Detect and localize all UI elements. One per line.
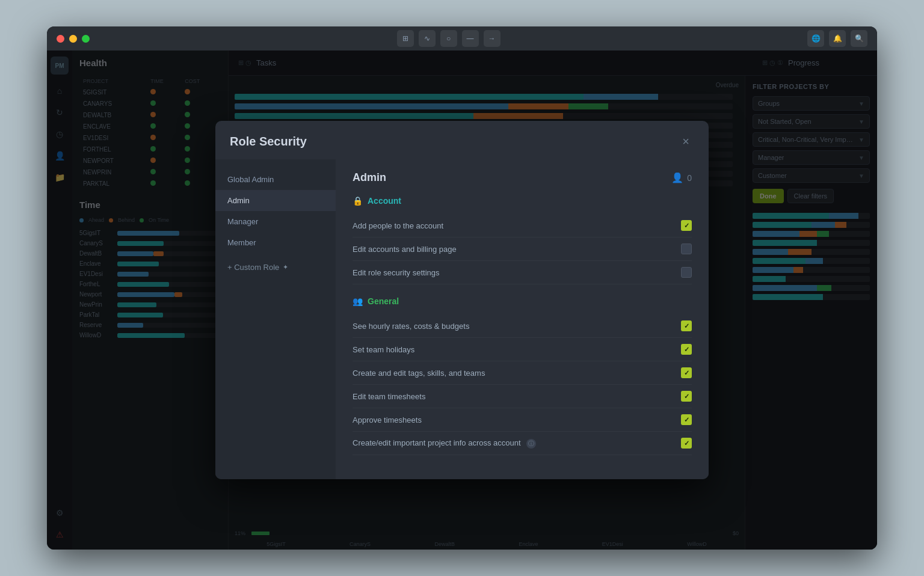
shield-icon: 🔒 [353, 196, 363, 206]
wave-icon[interactable]: ∿ [419, 30, 436, 47]
role-item-manager[interactable]: Manager [215, 211, 336, 232]
traffic-lights [57, 35, 90, 43]
titlebar: ⊞ ∿ ○ — → 🌐 🔔 🔍 [47, 26, 877, 51]
circle-icon[interactable]: ○ [440, 30, 457, 47]
modal-close-button[interactable]: × [677, 133, 694, 150]
modal-sidebar: Global Admin Admin Manager Member + Cust… [215, 159, 336, 479]
permission-add-people: Add people to the account ✓ [353, 214, 692, 237]
permission-edit-accounts: Edit accounts and billing page [353, 237, 692, 261]
account-section-title: 🔒 Account [353, 196, 692, 206]
modal-header: Role Security × [215, 121, 709, 159]
minus-icon[interactable]: — [462, 30, 479, 47]
modal-overlay: Role Security × Global Admin Admin Manag… [47, 51, 877, 550]
minimize-button[interactable] [69, 35, 77, 43]
permission-label-approve-timesheets: Approve timesheets [353, 415, 422, 424]
permission-approve-timesheets: Approve timesheets ✓ [353, 408, 692, 432]
checkbox-important-project-info[interactable]: ✓ [681, 438, 692, 449]
permission-label-edit-role-security: Edit role security settings [353, 268, 440, 277]
account-section: 🔒 Account Add people to the account ✓ [353, 196, 692, 284]
permission-label-tags-skills: Create and edit tags, skills, and teams [353, 369, 485, 378]
permission-label-edit-accounts: Edit accounts and billing page [353, 245, 457, 254]
permission-edit-role-security: Edit role security settings [353, 261, 692, 284]
checkbox-edit-accounts[interactable] [681, 244, 692, 254]
general-section-title: 👥 General [353, 296, 692, 306]
active-role-name: Admin [353, 171, 386, 184]
checkbox-hourly-rates[interactable]: ✓ [681, 320, 692, 331]
permission-label-important-project-info: Create/edit important project info acros… [353, 438, 536, 449]
checkbox-add-people[interactable]: ✓ [681, 220, 692, 231]
role-item-global-admin[interactable]: Global Admin [215, 169, 336, 190]
permission-tags-skills: Create and edit tags, skills, and teams … [353, 361, 692, 385]
checkbox-edit-role-security[interactable] [681, 267, 692, 278]
user-count-value: 0 [687, 173, 692, 183]
modal-title: Role Security [230, 135, 307, 149]
arrow-icon[interactable]: → [484, 30, 500, 47]
user-count: 👤 0 [671, 172, 692, 183]
role-security-modal: Role Security × Global Admin Admin Manag… [215, 121, 709, 479]
checkbox-timesheets[interactable]: ✓ [681, 391, 692, 402]
permission-label-team-holidays: Set team holidays [353, 345, 414, 354]
permission-label-timesheets: Edit team timesheets [353, 392, 425, 401]
permission-important-project-info: Create/edit important project info acros… [353, 432, 692, 455]
modal-role-header: Admin 👤 0 [353, 171, 692, 184]
custom-role-label: + Custom Role [227, 263, 279, 272]
general-section: 👥 General See hourly rates, costs & budg… [353, 296, 692, 455]
modal-main-content: Admin 👤 0 🔒 Account [336, 159, 709, 479]
close-button[interactable] [57, 35, 64, 43]
info-icon[interactable]: ⓘ [526, 439, 536, 449]
modal-body: Global Admin Admin Manager Member + Cust… [215, 159, 709, 479]
role-item-member[interactable]: Member [215, 232, 336, 253]
search-icon[interactable]: 🔍 [851, 30, 867, 47]
titlebar-center: ⊞ ∿ ○ — → [90, 30, 807, 47]
checkmark-icon: ✓ [684, 222, 689, 230]
people-icon: 👥 [353, 296, 363, 306]
checkbox-tags-skills[interactable]: ✓ [681, 367, 692, 378]
permission-hourly-rates: See hourly rates, costs & budgets ✓ [353, 314, 692, 338]
permission-label-add-people: Add people to the account [353, 221, 443, 230]
bell-icon[interactable]: 🔔 [829, 30, 846, 47]
checkbox-team-holidays[interactable]: ✓ [681, 344, 692, 355]
custom-role-button[interactable]: + Custom Role ✦ [215, 257, 336, 278]
permission-team-holidays: Set team holidays ✓ [353, 338, 692, 361]
maximize-button[interactable] [82, 35, 90, 43]
app-window: ⊞ ∿ ○ — → 🌐 🔔 🔍 PM ⌂ ↻ ◷ 👤 📁 ⚙ ⚠ [47, 26, 877, 550]
role-item-admin[interactable]: Admin [215, 190, 336, 211]
person-icon: 👤 [671, 172, 683, 183]
permission-timesheets: Edit team timesheets ✓ [353, 385, 692, 408]
checkbox-approve-timesheets[interactable]: ✓ [681, 414, 692, 425]
app-body: PM ⌂ ↻ ◷ 👤 📁 ⚙ ⚠ Health PROJECT [47, 51, 877, 550]
permission-label-hourly-rates: See hourly rates, costs & budgets [353, 322, 469, 331]
grid-icon[interactable]: ⊞ [397, 30, 414, 47]
globe-icon[interactable]: 🌐 [807, 30, 824, 47]
titlebar-right: 🌐 🔔 🔍 [807, 30, 867, 47]
star-icon: ✦ [283, 263, 288, 271]
